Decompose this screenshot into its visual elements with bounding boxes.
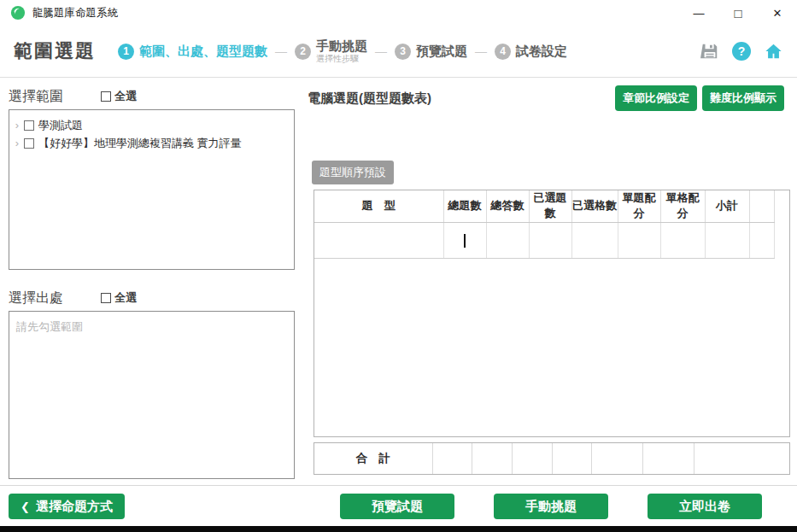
- total-cell: [694, 443, 789, 474]
- page-header: 範圍選題 1 範圍、出處、題型題數 — 2 手動挑題 選擇性步驟 — 3 預覽試…: [0, 26, 797, 77]
- total-label: 合 計: [314, 443, 432, 474]
- col-blank: [749, 190, 774, 222]
- left-panel: 選擇範圍 全選 › 學測試題 › 【好好學】地理學測總複習講義 實力評量 選擇出…: [9, 85, 295, 479]
- tree-item-checkbox[interactable]: [24, 138, 34, 149]
- range-title: 選擇範圍: [9, 88, 63, 106]
- step-1-badge: 1: [118, 44, 134, 60]
- cell-selected-questions[interactable]: [529, 222, 571, 258]
- cell-total-questions[interactable]: [443, 222, 486, 258]
- total-cell: [432, 443, 472, 474]
- close-icon[interactable]: ✕: [758, 0, 797, 26]
- step-2-badge: 2: [295, 44, 311, 60]
- header-action-icons: ?: [700, 42, 783, 61]
- footer-divider: [0, 485, 797, 486]
- preview-questions-button[interactable]: 預覽試題: [340, 494, 454, 519]
- source-section: 選擇出處 全選 請先勾選範圍: [9, 287, 295, 479]
- cell-points-per-blank[interactable]: [660, 222, 705, 258]
- window-title-bar: 龍騰題庫命題系統 — □ ✕: [0, 0, 797, 26]
- source-section-header: 選擇出處 全選: [9, 287, 295, 309]
- text-cursor: [464, 234, 466, 248]
- col-subtotal: 小計: [705, 190, 749, 222]
- window-controls: — □ ✕: [679, 0, 797, 26]
- app-title: 龍騰題庫命題系統: [32, 6, 118, 20]
- total-row: 合 計: [314, 443, 789, 474]
- help-icon[interactable]: ?: [732, 42, 751, 61]
- step-3-badge: 3: [395, 44, 411, 60]
- cell-blank: [749, 222, 774, 258]
- back-button-label: 選擇命題方式: [36, 499, 113, 515]
- expand-chevron-icon[interactable]: ›: [12, 137, 22, 149]
- source-select-all-label: 全選: [114, 290, 137, 306]
- generate-paper-button[interactable]: 立即出卷: [648, 494, 762, 519]
- maximize-icon[interactable]: □: [718, 0, 758, 26]
- header-divider: [0, 77, 797, 78]
- expand-chevron-icon[interactable]: ›: [12, 119, 22, 132]
- bottom-strip: [0, 526, 797, 532]
- col-points-per-blank: 單格配分: [660, 190, 705, 222]
- tree-item-workbook[interactable]: › 【好好學】地理學測總複習講義 實力評量: [12, 134, 291, 152]
- cell-points-per-question[interactable]: [618, 222, 660, 258]
- total-cell: [642, 443, 694, 474]
- step-separator: —: [375, 44, 387, 58]
- tree-item-exam[interactable]: › 學測試題: [12, 116, 291, 134]
- tree-item-label: 學測試題: [38, 118, 83, 133]
- computer-select-title: 電腦選題(題型題數表): [308, 85, 431, 107]
- cell-selected-blanks[interactable]: [571, 222, 618, 258]
- tree-item-checkbox[interactable]: [24, 120, 34, 131]
- table-header-row: 題 型 總題數 總答數 已選題數 已選格數 單題配分 單格配分 小計: [314, 190, 774, 222]
- minimize-icon[interactable]: —: [679, 0, 718, 26]
- step-paper-settings[interactable]: 4 試卷設定: [495, 44, 567, 60]
- chapter-ratio-button[interactable]: 章節比例設定: [615, 85, 697, 111]
- total-cell: [552, 443, 591, 474]
- table-row: [314, 222, 774, 258]
- back-to-method-button[interactable]: ❮ 選擇命題方式: [9, 494, 125, 519]
- total-table: 合 計: [314, 443, 789, 474]
- total-row-container: 合 計: [314, 442, 790, 475]
- step-separator: —: [275, 44, 287, 58]
- col-points-per-question: 單題配分: [618, 190, 660, 222]
- col-total-questions: 總題數: [443, 190, 486, 222]
- step-4-label: 試卷設定: [516, 44, 567, 59]
- step-2-sublabel: 選擇性步驟: [316, 54, 367, 63]
- range-select-all-checkbox[interactable]: [101, 91, 111, 102]
- chevron-left-icon: ❮: [21, 500, 30, 513]
- source-title: 選擇出處: [9, 289, 63, 307]
- source-placeholder: 請先勾選範圍: [16, 320, 83, 333]
- cell-total-answers[interactable]: [486, 222, 529, 258]
- source-list: 請先勾選範圍: [9, 311, 295, 479]
- difficulty-ratio-button[interactable]: 難度比例顯示: [702, 85, 784, 111]
- range-select-all-label: 全選: [114, 89, 137, 104]
- col-total-answers: 總答數: [486, 190, 529, 222]
- cell-question-type[interactable]: [314, 222, 443, 258]
- total-cell: [591, 443, 642, 474]
- range-section-header: 選擇範圍 全選: [9, 85, 295, 108]
- home-icon[interactable]: [764, 42, 783, 61]
- step-3-label: 預覽試題: [416, 44, 467, 59]
- step-4-badge: 4: [495, 44, 511, 60]
- step-range-source-types[interactable]: 1 範圍、出處、題型題數: [118, 44, 267, 60]
- tree-item-label: 【好好學】地理學測總複習講義 實力評量: [38, 136, 242, 151]
- col-question-type: 題 型: [314, 190, 443, 222]
- source-select-all-checkbox[interactable]: [101, 293, 111, 303]
- col-selected-questions: 已選題數: [529, 190, 571, 222]
- question-type-table-container: 題 型 總題數 總答數 已選題數 已選格數 單題配分 單格配分 小計: [314, 190, 790, 437]
- step-2-label: 手動挑題: [316, 39, 367, 54]
- save-icon[interactable]: [700, 42, 719, 61]
- step-1-label: 範圍、出處、題型題數: [139, 44, 267, 59]
- wizard-stepper: 1 範圍、出處、題型題數 — 2 手動挑題 選擇性步驟 — 3 預覽試題 — 4…: [118, 39, 567, 64]
- cell-subtotal[interactable]: [705, 222, 749, 258]
- app-logo-icon: [10, 5, 26, 20]
- source-select-all[interactable]: 全選: [101, 290, 137, 306]
- computer-select-panel: 電腦選題(題型題數表) 章節比例設定 難度比例顯示 題型順序預設 題 型 總題數…: [308, 85, 790, 478]
- range-select-all[interactable]: 全選: [101, 89, 137, 104]
- type-order-default-button[interactable]: 題型順序預設: [312, 161, 394, 184]
- step-preview-questions[interactable]: 3 預覽試題: [395, 44, 467, 60]
- step-separator: —: [475, 44, 487, 58]
- col-selected-blanks: 已選格數: [571, 190, 618, 222]
- step-manual-pick[interactable]: 2 手動挑題 選擇性步驟: [295, 39, 367, 64]
- total-cell: [512, 443, 552, 474]
- range-tree: › 學測試題 › 【好好學】地理學測總複習講義 實力評量: [9, 109, 295, 270]
- question-type-table: 題 型 總題數 總答數 已選題數 已選格數 單題配分 單格配分 小計: [314, 190, 775, 259]
- page-title: 範圍選題: [14, 38, 96, 64]
- manual-pick-button[interactable]: 手動挑題: [494, 494, 608, 519]
